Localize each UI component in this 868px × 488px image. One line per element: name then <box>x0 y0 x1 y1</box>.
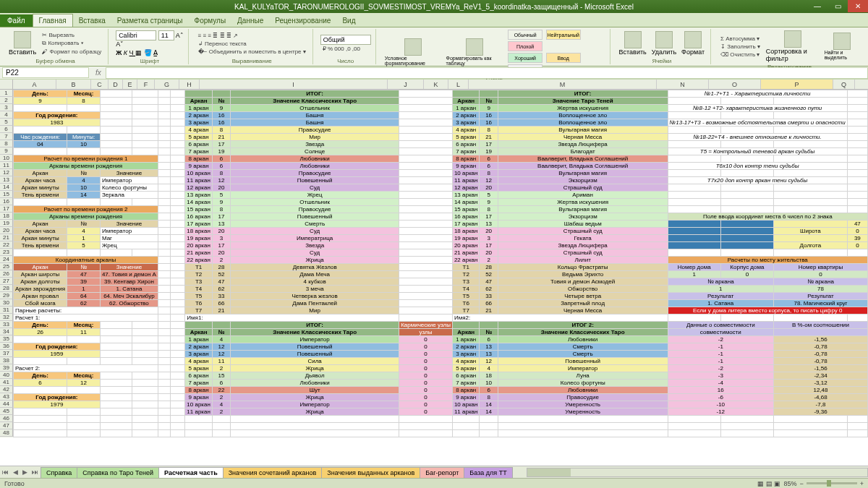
cell[interactable]: -7,8 <box>774 401 868 408</box>
cell[interactable] <box>100 416 132 423</box>
cell[interactable] <box>720 98 773 105</box>
cell[interactable] <box>171 264 185 271</box>
fill-button[interactable]: ↧ Заполнить ▾ <box>718 43 762 51</box>
cell[interactable]: 12 <box>67 380 101 387</box>
cell[interactable]: 14 <box>480 401 498 408</box>
cell[interactable] <box>399 300 453 307</box>
cell[interactable]: Год рождения: <box>14 343 101 351</box>
cell[interactable] <box>100 98 132 105</box>
cell[interactable]: 4 аркан <box>185 127 213 134</box>
cell[interactable]: 16 <box>480 119 498 127</box>
cell[interactable] <box>158 177 170 184</box>
cell[interactable]: Аркан <box>14 170 67 177</box>
cell[interactable]: 6 <box>14 380 67 387</box>
delete-button[interactable]: Удалить <box>650 30 678 57</box>
cell[interactable]: Император <box>231 401 399 408</box>
cell[interactable]: Четыре ветра <box>498 293 668 300</box>
cell[interactable]: 4 <box>67 177 101 184</box>
cell[interactable]: Колесо фортуны <box>100 184 158 192</box>
cell[interactable]: 0 <box>399 372 453 380</box>
cell[interactable]: Обжорство <box>498 286 668 293</box>
cell[interactable] <box>452 90 480 98</box>
cell[interactable] <box>158 148 170 155</box>
cell[interactable]: Ваалверит, Владыка Соглашений <box>498 155 668 163</box>
cell[interactable] <box>774 127 848 134</box>
cell[interactable]: Любовники <box>498 387 668 394</box>
cell[interactable] <box>668 112 720 119</box>
cell[interactable]: Т4 <box>452 286 480 293</box>
cell[interactable] <box>158 329 170 336</box>
cell[interactable] <box>774 249 848 257</box>
cell[interactable] <box>212 322 230 329</box>
cell[interactable] <box>720 206 773 213</box>
cell[interactable] <box>774 430 848 437</box>
cell[interactable] <box>132 105 158 112</box>
cell[interactable] <box>231 430 399 437</box>
cell[interactable] <box>158 336 170 343</box>
view-icons[interactable]: ▦ ▤ ▣ <box>757 480 780 487</box>
cell[interactable]: Данные о совместимости <box>668 322 773 329</box>
cell[interactable] <box>158 112 170 119</box>
sheet-nav-next[interactable]: ▶ <box>20 468 30 476</box>
col-M[interactable]: M <box>469 80 657 89</box>
cell[interactable]: 3 <box>212 235 230 242</box>
cell[interactable]: совместимости <box>668 329 773 336</box>
cell[interactable]: Аркан широты <box>14 271 67 278</box>
cell[interactable] <box>399 416 453 423</box>
cell[interactable]: Результат <box>774 293 868 300</box>
cell[interactable]: -3 <box>668 372 773 380</box>
cell[interactable] <box>399 177 453 184</box>
cell[interactable] <box>67 336 101 343</box>
cell[interactable]: 5 аркан <box>185 365 213 372</box>
cell[interactable] <box>720 416 773 423</box>
cell[interactable] <box>720 314 773 322</box>
cell[interactable]: 2 аркан <box>185 112 213 119</box>
cell[interactable] <box>158 387 170 394</box>
cell[interactable]: 11 <box>212 358 230 365</box>
cell[interactable] <box>132 387 158 394</box>
cell[interactable]: Правосудие <box>498 394 668 401</box>
cell[interactable]: 14 аркан <box>452 199 480 206</box>
cell[interactable] <box>668 192 720 199</box>
cell[interactable] <box>14 416 67 423</box>
cell[interactable]: 2 <box>212 408 230 416</box>
cell[interactable] <box>100 119 132 127</box>
cell[interactable] <box>158 221 170 228</box>
cell[interactable]: Суд <box>231 249 399 257</box>
cell[interactable]: Страшный суд <box>498 228 668 235</box>
cell[interactable]: 10 <box>480 380 498 387</box>
cell[interactable]: 0 <box>847 228 867 235</box>
cell[interactable]: Номер квартиры <box>774 264 868 271</box>
cell[interactable] <box>720 249 773 257</box>
row-42[interactable]: 42 <box>0 386 13 393</box>
cell[interactable] <box>720 221 773 228</box>
row-40[interactable]: 40 <box>0 372 13 379</box>
cell[interactable] <box>399 112 453 119</box>
cell[interactable]: 21 <box>212 307 230 314</box>
cell[interactable] <box>399 271 453 278</box>
cell[interactable]: 11 аркан <box>452 177 480 184</box>
cell[interactable]: Благодат <box>498 148 668 155</box>
cell[interactable] <box>668 127 720 134</box>
cell[interactable]: Арканы времени рождения <box>14 163 158 170</box>
cell[interactable]: 3 меча <box>231 286 399 293</box>
cell[interactable] <box>774 235 848 242</box>
cell[interactable] <box>847 314 867 322</box>
cell[interactable]: -1,56 <box>774 336 868 343</box>
decrease-font-icon[interactable]: A˅ <box>116 40 124 48</box>
cell[interactable] <box>158 257 170 264</box>
cell[interactable]: Т5 <box>185 293 213 300</box>
col-O[interactable]: O <box>709 80 761 89</box>
cell[interactable] <box>100 394 132 401</box>
style-good[interactable]: Хороший <box>508 53 542 63</box>
cell[interactable]: Аркан часа <box>14 228 67 235</box>
cell[interactable]: Дама Меча <box>231 271 399 278</box>
cell[interactable]: Номер дома <box>668 264 720 271</box>
cell[interactable] <box>399 206 453 213</box>
cell[interactable] <box>171 257 185 264</box>
number-icons[interactable]: ₽ % 000 ,0 ,00 <box>320 45 371 53</box>
cell[interactable]: 20 аркан <box>185 242 213 249</box>
cell[interactable]: Ариман <box>498 192 668 199</box>
cell[interactable]: Аркан <box>14 221 67 228</box>
cell[interactable] <box>774 314 848 322</box>
